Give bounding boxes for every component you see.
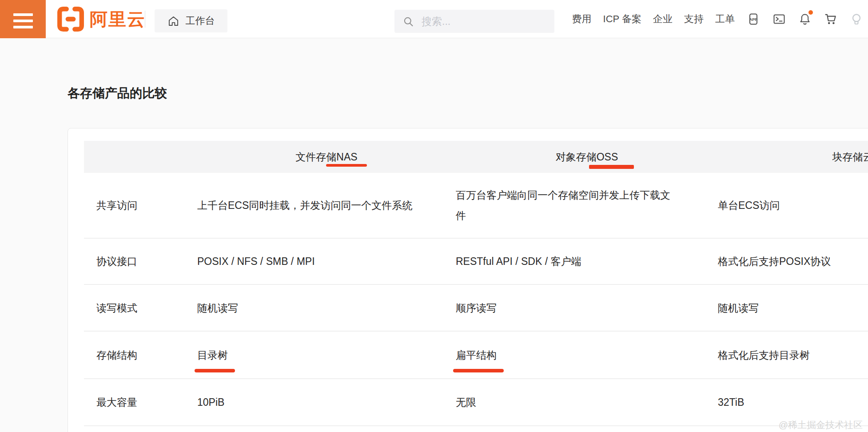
cell-value-underlined: 目录树	[197, 345, 228, 365]
red-underline-dirtree	[195, 369, 235, 372]
brand-name: 阿里云	[90, 7, 146, 32]
search-icon	[402, 16, 414, 28]
cell-value-underlined: 扁平结构	[456, 345, 497, 365]
cell-value: 顺序读写	[456, 298, 497, 318]
column-header-oss: 对象存储OSS	[456, 150, 718, 164]
nav-icp[interactable]: ICP 备案	[603, 12, 641, 26]
row-label: 协议接口	[96, 251, 137, 272]
red-underline-oss	[589, 165, 634, 169]
search-box[interactable]	[394, 10, 554, 33]
red-underline-flat	[453, 369, 504, 372]
hamburger-icon	[13, 13, 33, 16]
search-input[interactable]	[422, 16, 533, 28]
cell-value: 32TiB	[718, 392, 744, 412]
table-row: 存储结构 目录树 扁平结构 格式化后支持目录树	[84, 332, 868, 379]
hamburger-menu-button[interactable]	[0, 0, 46, 38]
home-icon	[167, 15, 179, 27]
page-title: 各存储产品的比较	[68, 85, 167, 102]
comparison-card: 文件存储NAS 对象存储OSS 块存储云盘 共享访问 上千台ECS同时挂载，并发…	[68, 128, 868, 432]
nav-ticket[interactable]: 工单	[715, 12, 735, 26]
table-row: 读写模式 随机读写 顺序读写 随机读写	[84, 285, 868, 332]
notification-badge	[808, 10, 813, 15]
red-underline-nas	[326, 164, 367, 167]
cell-value: 无限	[456, 392, 476, 412]
top-header: 阿里云 工作台 费用 ICP 备案 企业 支持 工单 APP	[0, 0, 868, 38]
nav-support[interactable]: 支持	[684, 12, 704, 26]
aliyun-logo-icon	[57, 6, 84, 32]
header-divider	[145, 11, 145, 28]
cell-value: 格式化后支持POSIX协议	[718, 251, 831, 272]
cell-value: 随机读写	[197, 298, 238, 318]
nav-enterprise[interactable]: 企业	[653, 12, 673, 26]
cell-value: 百万台客户端向同一个存储空间并发上传下载文件	[456, 185, 678, 226]
table-row: 协议接口 POSIX / NFS / SMB / MPI RESTful API…	[84, 239, 868, 285]
app-download-icon[interactable]: APP	[746, 12, 760, 26]
row-label: 读写模式	[96, 298, 137, 318]
row-label: 存储结构	[96, 345, 137, 365]
cell-value: RESTful API / SDK / 客户端	[456, 251, 581, 272]
terminal-icon[interactable]	[772, 12, 786, 26]
notification-bell-icon[interactable]	[798, 12, 812, 26]
cell-value: 格式化后支持目录树	[718, 345, 810, 365]
svg-text:APP: APP	[749, 17, 758, 22]
workbench-button[interactable]: 工作台	[155, 9, 227, 32]
cart-icon[interactable]	[824, 12, 838, 26]
cell-value: 10PiB	[197, 392, 224, 412]
watermark: @稀土掘金技术社区	[779, 419, 863, 431]
row-label: 共享访问	[96, 195, 137, 216]
cell-value: POSIX / NFS / SMB / MPI	[197, 251, 315, 272]
table-row: 共享访问 上千台ECS同时挂载，并发访问同一个文件系统 百万台客户端向同一个存储…	[84, 173, 868, 239]
column-header-disk: 块存储云盘	[718, 150, 868, 164]
row-label: 最大容量	[96, 392, 137, 412]
lightbulb-icon[interactable]	[849, 12, 864, 26]
top-nav: 费用 ICP 备案 企业 支持 工单 APP	[572, 0, 864, 38]
table-row: 最大容量 10PiB 无限 32TiB	[84, 379, 868, 426]
cell-value: 单台ECS访问	[718, 195, 780, 216]
table-header-row: 文件存储NAS 对象存储OSS 块存储云盘	[84, 141, 868, 173]
workbench-label: 工作台	[186, 14, 215, 28]
cell-value: 上千台ECS同时挂载，并发访问同一个文件系统	[197, 195, 412, 216]
aliyun-logo[interactable]: 阿里云	[57, 0, 146, 38]
column-header-nas: 文件存储NAS	[197, 150, 456, 164]
nav-billing[interactable]: 费用	[572, 12, 592, 26]
cell-value: 随机读写	[718, 298, 759, 318]
